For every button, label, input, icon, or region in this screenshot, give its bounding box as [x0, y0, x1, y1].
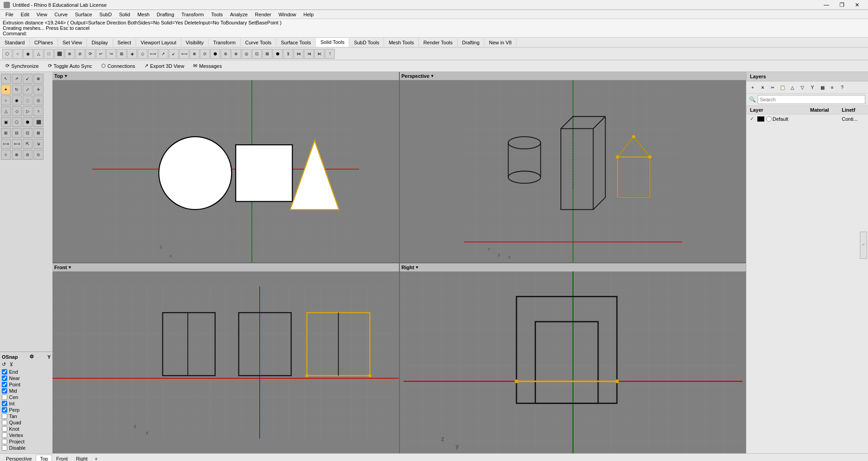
osnap-settings-icon[interactable]: ⚙ — [29, 354, 34, 360]
osnap-check-cen[interactable] — [2, 394, 7, 400]
menu-item-window[interactable]: Window — [275, 11, 300, 18]
toolbar-btn-17[interactable]: ⟻ — [179, 49, 189, 59]
menu-item-file[interactable]: File — [2, 11, 17, 18]
viewport-front-dropdown[interactable]: ▼ — [68, 265, 72, 270]
toolbar-btn-16[interactable]: ↙ — [169, 49, 179, 59]
maximize-button[interactable]: ❐ — [835, 0, 849, 10]
toolbar-btn-14[interactable]: ⟼ — [148, 49, 158, 59]
osnap-check-end[interactable] — [2, 369, 7, 375]
osnap-filter-icon[interactable]: Y — [47, 354, 51, 360]
curve-tool-2[interactable]: ◉ — [12, 95, 22, 105]
toolbar-btn-5[interactable]: ⬛ — [54, 49, 64, 59]
toolbar-tab-render-tools[interactable]: Render Tools — [419, 38, 458, 47]
surface-tool-1[interactable]: △ — [1, 106, 11, 116]
osnap-check-disable[interactable] — [2, 445, 7, 451]
viewport-perspective-canvas[interactable]: z y x — [400, 80, 746, 262]
toolbar-tab-mesh-tools[interactable]: Mesh Tools — [384, 38, 418, 47]
select-tool[interactable]: ↖ — [1, 74, 11, 84]
toolbar-btn-19[interactable]: ⊙ — [200, 49, 210, 59]
toggle-autosync-button[interactable]: ⟳ Toggle Auto Sync — [46, 62, 94, 70]
osnap-filter-icon-2[interactable]: ⊻ — [9, 361, 13, 367]
viewport-top-dropdown[interactable]: ▼ — [64, 74, 68, 78]
toolbar-tab-surface-tools[interactable]: Surface Tools — [276, 38, 316, 47]
dim-tool-2[interactable]: ⟻ — [12, 139, 22, 149]
menu-item-render[interactable]: Render — [251, 11, 275, 18]
analysis-tool-4[interactable]: ⊙ — [33, 150, 43, 160]
toolbar-btn-26[interactable]: ⬟ — [273, 49, 283, 59]
mesh-tool-3[interactable]: ⊡ — [23, 128, 33, 138]
solid-tool-1[interactable]: ▣ — [1, 117, 11, 127]
toolbar-tab-drafting[interactable]: Drafting — [458, 38, 485, 47]
menu-item-solid[interactable]: Solid — [115, 11, 133, 18]
minimize-button[interactable]: — — [819, 0, 834, 10]
bottom-tab-perspective[interactable]: Perspective — [2, 455, 36, 461]
layers-edge-icon-1[interactable]: L — [860, 232, 867, 259]
osnap-check-int[interactable] — [2, 401, 7, 406]
curve-tool-1[interactable]: ○ — [1, 95, 11, 105]
viewport-right-canvas[interactable]: z y — [400, 271, 746, 454]
toolbar-btn-31[interactable]: ⊺ — [325, 49, 335, 59]
menu-item-subd[interactable]: SubD — [96, 11, 116, 18]
menu-item-view[interactable]: View — [33, 11, 51, 18]
toolbar-tab-cplanes[interactable]: CPlanes — [30, 38, 58, 47]
toolbar-btn-0[interactable]: ⬡ — [2, 49, 12, 59]
bottom-tab-top[interactable]: Top — [36, 455, 52, 461]
synchronize-button[interactable]: ⟳ Synchronize — [4, 62, 41, 70]
toolbar-tab-visibility[interactable]: Visibility — [181, 38, 209, 47]
scale-tool[interactable]: ⤢ — [23, 85, 33, 95]
dim-tool-1[interactable]: ⟼ — [1, 139, 11, 149]
surface-tool-3[interactable]: ▷ — [23, 106, 33, 116]
toolbar-tab-new-in-v8[interactable]: New in V8 — [484, 38, 517, 47]
toolbar-btn-25[interactable]: ⊠ — [262, 49, 272, 59]
toolbar-btn-10[interactable]: ↪ — [106, 49, 116, 59]
osnap-check-project[interactable] — [2, 439, 7, 444]
menu-item-transform[interactable]: Transform — [178, 11, 208, 18]
toolbar-btn-28[interactable]: ⋈ — [294, 49, 304, 59]
toolbar-tab-set-view[interactable]: Set View — [58, 38, 87, 47]
move-tool[interactable]: ✛ — [33, 85, 43, 95]
analysis-tool-2[interactable]: ⊗ — [12, 150, 22, 160]
connections-button[interactable]: ⬡ Connections — [100, 62, 137, 70]
rotate-tool[interactable]: ↻ — [12, 85, 22, 95]
menu-item-tools[interactable]: Tools — [208, 11, 227, 18]
select-tool-2[interactable]: ↗ — [12, 74, 22, 84]
viewport-right-dropdown[interactable]: ▼ — [415, 265, 419, 270]
viewport-front-canvas[interactable]: z x — [52, 271, 399, 454]
menu-item-help[interactable]: Help — [300, 11, 318, 18]
viewport-right[interactable]: Right ▼ — [400, 263, 746, 454]
viewport-perspective-dropdown[interactable]: ▼ — [430, 74, 434, 78]
menu-item-drafting[interactable]: Drafting — [153, 11, 178, 18]
toolbar-btn-23[interactable]: ◎ — [242, 49, 251, 59]
toolbar-btn-22[interactable]: ⊛ — [231, 49, 241, 59]
select-tool-3[interactable]: ↙ — [23, 74, 33, 84]
layers-list-button[interactable]: ≡ — [828, 83, 837, 92]
toolbar-btn-29[interactable]: ⋊ — [304, 49, 314, 59]
select-tool-4[interactable]: ⊕ — [33, 74, 43, 84]
osnap-check-mid[interactable] — [2, 388, 7, 394]
osnap-check-tan[interactable] — [2, 413, 7, 419]
osnap-check-near[interactable] — [2, 375, 7, 381]
toolbar-btn-1[interactable]: ○ — [13, 49, 23, 59]
curve-tool-4[interactable]: ◎ — [33, 95, 43, 105]
toolbar-btn-9[interactable]: ↩ — [96, 49, 106, 59]
toolbar-tab-subd-tools[interactable]: SubD Tools — [349, 38, 384, 47]
layers-filter-button[interactable]: Y — [808, 83, 817, 92]
toolbar-btn-13[interactable]: ◇ — [138, 49, 147, 59]
solid-tool-3[interactable]: ⬢ — [23, 117, 33, 127]
layers-add-button[interactable]: + — [748, 83, 757, 92]
layers-search-input[interactable] — [758, 95, 865, 104]
layers-down-button[interactable]: ▽ — [798, 83, 807, 92]
toolbar-btn-30[interactable]: ⋉ — [314, 49, 324, 59]
layer-row-default[interactable]: ✓ Default Conti... — [746, 114, 868, 124]
bottom-tab-add[interactable]: + — [92, 455, 101, 461]
curve-tool-3[interactable]: ◌ — [23, 95, 33, 105]
viewport-top-canvas[interactable]: y x — [52, 80, 399, 262]
osnap-check-vertex[interactable] — [2, 432, 7, 438]
menu-item-analyze[interactable]: Analyze — [226, 11, 251, 18]
analysis-tool-1[interactable]: ⊹ — [1, 150, 11, 160]
surface-tool-2[interactable]: ◇ — [12, 106, 22, 116]
mesh-tool-1[interactable]: ⊞ — [1, 128, 11, 138]
toolbar-btn-24[interactable]: ⊡ — [252, 49, 262, 59]
layers-up-button[interactable]: △ — [788, 83, 797, 92]
toolbar-tab-standard[interactable]: Standard — [0, 38, 30, 47]
